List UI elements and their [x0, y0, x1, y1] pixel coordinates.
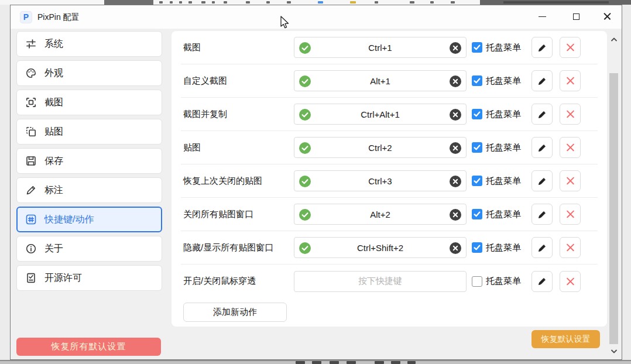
edit-action-button[interactable]	[531, 104, 553, 125]
sidebar-item-pin[interactable]: 贴图	[16, 119, 162, 145]
hotkey-clear-button[interactable]	[450, 176, 461, 187]
sidebar-item-screenshot[interactable]: 截图	[16, 90, 162, 115]
hotkey-input[interactable]: Ctrl+2	[294, 137, 467, 158]
vertical-scrollbar[interactable]	[609, 31, 619, 356]
sidebar-item-hotkeys[interactable]: 快捷键/动作	[16, 207, 162, 232]
pencil-icon	[25, 184, 37, 196]
hotkey-valid-icon	[299, 242, 311, 254]
mouse-cursor	[280, 16, 290, 30]
sidebar-item-system[interactable]: 系统	[16, 31, 162, 57]
maximize-button[interactable]	[563, 9, 589, 24]
hotkey-valid-icon	[299, 142, 311, 154]
hotkey-input[interactable]: Ctrl+1	[294, 37, 467, 58]
edit-action-button[interactable]	[531, 70, 553, 91]
hotkey-valid-icon	[299, 209, 311, 221]
background-glyph	[224, 1, 227, 4]
background-glyph	[188, 1, 192, 4]
hotkey-clear-button[interactable]	[450, 209, 461, 221]
delete-action-button[interactable]	[560, 170, 581, 191]
scroll-down-button[interactable]	[609, 347, 619, 355]
delete-action-button[interactable]	[560, 104, 581, 125]
delete-action-button[interactable]	[560, 37, 581, 58]
tray-label: 托盘菜单	[486, 176, 521, 187]
hotkey-input[interactable]: Ctrl+Shift+2	[294, 237, 467, 258]
hotkey-input[interactable]: Ctrl+Alt+1	[294, 104, 467, 125]
tray-label: 托盘菜单	[486, 142, 521, 153]
sidebar-item-appearance[interactable]: 外观	[16, 60, 162, 86]
tray-checkbox[interactable]	[472, 209, 482, 219]
sidebar-item-annotate[interactable]: 标注	[16, 177, 162, 203]
delete-x-icon	[566, 210, 575, 219]
sidebar-item-save[interactable]: 保存	[16, 148, 162, 174]
minimize-button[interactable]	[529, 9, 555, 24]
add-action-button[interactable]: 添加新动作	[183, 303, 287, 322]
edit-action-button[interactable]	[531, 137, 553, 158]
delete-action-button[interactable]	[560, 137, 581, 158]
scrollbar-thumb[interactable]	[609, 73, 618, 344]
background-glyph	[159, 1, 163, 4]
pencil-icon	[537, 176, 547, 186]
background-glyph	[179, 1, 182, 4]
action-label: 截图并复制	[183, 109, 294, 120]
restore-all-defaults-button[interactable]: 恢复所有默认设置	[16, 338, 161, 356]
hotkey-clear-button[interactable]	[450, 142, 461, 154]
hotkey-clear-button[interactable]	[450, 109, 461, 121]
checkmark-icon	[473, 143, 481, 152]
background-window-fragment	[104, 0, 153, 5]
background-glyph	[318, 1, 323, 4]
tray-checkbox[interactable]	[472, 176, 482, 186]
delete-action-button[interactable]	[560, 70, 581, 91]
tray-checkbox[interactable]	[472, 75, 482, 86]
action-label: 关闭所有贴图窗口	[183, 209, 294, 220]
hotkey-value: Ctrl+1	[368, 43, 392, 53]
hotkey-clear-button[interactable]	[450, 42, 461, 54]
tray-label: 托盘菜单	[486, 42, 521, 53]
screen: P PixPin 配置 系统 外观	[0, 0, 631, 364]
tray-label: 托盘菜单	[486, 242, 521, 253]
screenshot-frame-icon	[25, 97, 37, 108]
delete-action-button[interactable]	[560, 237, 581, 258]
delete-x-icon	[566, 43, 575, 52]
sidebar: 系统 外观 截图	[16, 31, 162, 294]
hotkeys-panel: 截图 Ctrl+1 托盘菜单 自定义截图 A	[172, 31, 607, 327]
edit-action-button[interactable]	[531, 204, 553, 225]
action-label: 自定义截图	[183, 75, 294, 87]
action-label: 截图	[183, 42, 294, 53]
background-glyph	[287, 1, 291, 4]
pencil-icon	[537, 210, 547, 219]
edit-action-button[interactable]	[531, 37, 553, 58]
tray-checkbox[interactable]	[472, 276, 482, 287]
hotkey-value: Ctrl+Shift+2	[357, 243, 403, 253]
hotkey-clear-button[interactable]	[450, 75, 461, 87]
sidebar-item-license[interactable]: 开源许可	[16, 265, 162, 291]
delete-action-button[interactable]	[560, 271, 581, 292]
tray-checkbox[interactable]	[472, 42, 482, 53]
hotkey-input[interactable]: 按下快捷键	[294, 271, 467, 292]
tray-checkbox[interactable]	[472, 142, 482, 153]
pixpin-logo-icon: P	[20, 11, 32, 23]
hotkey-row: 截图 Ctrl+1 托盘菜单	[181, 31, 598, 64]
edit-action-button[interactable]	[531, 170, 553, 191]
delete-action-button[interactable]	[560, 204, 581, 225]
sidebar-item-label: 开源许可	[44, 272, 82, 284]
edit-action-button[interactable]	[531, 237, 553, 258]
titlebar[interactable]: P PixPin 配置	[11, 5, 622, 29]
restore-defaults-button[interactable]: 恢复默认设置	[531, 330, 600, 348]
close-button[interactable]	[594, 9, 620, 24]
hotkey-input[interactable]: Alt+2	[294, 204, 467, 225]
sidebar-item-label: 保存	[44, 155, 63, 167]
tray-label: 托盘菜单	[486, 109, 521, 120]
tray-checkbox[interactable]	[472, 242, 482, 253]
tray-label: 托盘菜单	[486, 75, 521, 87]
delete-x-icon	[566, 143, 575, 152]
background-glyph	[170, 1, 173, 4]
hotkey-input[interactable]: Ctrl+3	[294, 170, 467, 191]
hotkey-clear-button[interactable]	[450, 242, 461, 254]
hotkey-input[interactable]: Alt+1	[294, 70, 467, 91]
sidebar-item-about[interactable]: 关于	[16, 236, 162, 262]
hotkey-row: 隐藏/显示所有贴图窗口 Ctrl+Shift+2 托盘菜单	[181, 231, 598, 265]
tray-checkbox[interactable]	[472, 109, 482, 119]
scroll-up-button[interactable]	[609, 36, 619, 44]
edit-action-button[interactable]	[531, 271, 553, 292]
hotkey-value: Ctrl+Alt+1	[361, 109, 400, 119]
